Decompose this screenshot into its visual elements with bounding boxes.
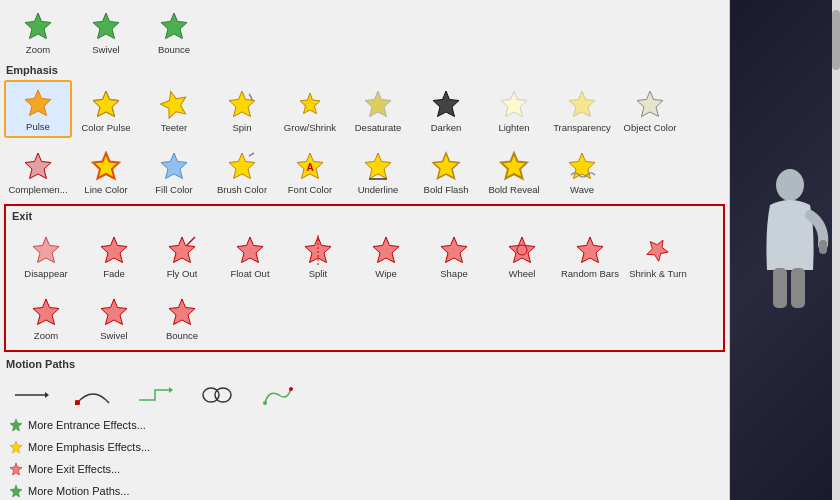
- anim-random-bars[interactable]: Random Bars: [556, 226, 624, 284]
- anim-lighten[interactable]: Lighten: [480, 80, 548, 138]
- svg-marker-18: [229, 153, 255, 179]
- anim-line-color[interactable]: Line Color: [72, 142, 140, 200]
- motion-custom[interactable]: [254, 374, 304, 410]
- svg-marker-17: [161, 153, 187, 179]
- teeter-label: Teeter: [161, 122, 187, 133]
- scrollbar-thumb[interactable]: [832, 10, 840, 70]
- svg-marker-31: [237, 237, 263, 263]
- fly-out-icon: [166, 234, 198, 266]
- svg-marker-44: [45, 392, 49, 398]
- svg-marker-15: [25, 153, 51, 179]
- svg-marker-7: [229, 91, 255, 117]
- anim-color-pulse[interactable]: Color Pulse: [72, 80, 140, 138]
- more-entrance-icon: [8, 417, 24, 433]
- anim-split[interactable]: Split: [284, 226, 352, 284]
- anim-fly-out[interactable]: Fly Out: [148, 226, 216, 284]
- lighten-icon: [498, 88, 530, 120]
- bold-flash-label: Bold Flash: [424, 184, 469, 195]
- float-out-icon: [234, 234, 266, 266]
- wipe-label: Wipe: [375, 268, 397, 279]
- disappear-icon: [30, 234, 62, 266]
- pulse-label: Pulse: [26, 121, 50, 132]
- anim-wipe[interactable]: Wipe: [352, 226, 420, 284]
- line-color-label: Line Color: [84, 184, 127, 195]
- animation-panel: Zoom Swivel Bounce Emphasis: [0, 0, 730, 500]
- motion-loop[interactable]: [192, 374, 242, 410]
- random-bars-icon: [574, 234, 606, 266]
- more-exit-effects[interactable]: More Exit Effects...: [8, 458, 721, 480]
- disappear-label: Disappear: [24, 268, 67, 279]
- anim-bounce-entrance[interactable]: Bounce: [140, 2, 208, 60]
- zoom-exit-icon: [30, 296, 62, 328]
- anim-fade[interactable]: Fade: [80, 226, 148, 284]
- anim-underline[interactable]: Underline: [344, 142, 412, 200]
- anim-spin[interactable]: Spin: [208, 80, 276, 138]
- swivel-entrance-label: Swivel: [92, 44, 119, 55]
- anim-desaturate[interactable]: Desaturate: [344, 80, 412, 138]
- anim-pulse[interactable]: Pulse: [4, 80, 72, 138]
- anim-transparency[interactable]: Transparency: [548, 80, 616, 138]
- anim-zoom-exit[interactable]: Zoom: [12, 288, 80, 346]
- anim-wheel[interactable]: Wheel: [488, 226, 556, 284]
- more-emphasis-icon: [8, 439, 24, 455]
- svg-marker-41: [101, 299, 127, 325]
- anim-shape[interactable]: Shape: [420, 226, 488, 284]
- motion-paths-header: Motion Paths: [0, 354, 729, 372]
- anim-zoom-entrance[interactable]: Zoom: [4, 2, 72, 60]
- zoom-entrance-icon: [22, 10, 54, 42]
- anim-object-color[interactable]: Object Color: [616, 80, 684, 138]
- svg-point-49: [263, 401, 267, 405]
- more-motion-paths[interactable]: More Motion Paths...: [8, 480, 721, 500]
- svg-rect-57: [773, 268, 787, 308]
- anim-font-color[interactable]: A Font Color: [276, 142, 344, 200]
- svg-point-50: [289, 387, 293, 391]
- svg-marker-51: [10, 419, 22, 431]
- more-emphasis-label: More Emphasis Effects...: [28, 441, 150, 453]
- anim-swivel-exit[interactable]: Swivel: [80, 288, 148, 346]
- svg-marker-52: [10, 441, 22, 453]
- anim-darken[interactable]: Darken: [412, 80, 480, 138]
- bounce-entrance-icon: [158, 10, 190, 42]
- anim-shrink-turn[interactable]: Shrink & Turn: [624, 226, 692, 284]
- bounce-exit-icon: [166, 296, 198, 328]
- spin-icon: [226, 88, 258, 120]
- svg-marker-46: [169, 387, 173, 393]
- color-pulse-icon: [90, 88, 122, 120]
- pulse-icon: [22, 87, 54, 119]
- anim-bounce-exit[interactable]: Bounce: [148, 288, 216, 346]
- scrollbar-track[interactable]: [832, 0, 840, 500]
- anim-teeter[interactable]: Teeter: [140, 80, 208, 138]
- anim-grow-shrink[interactable]: Grow/Shrink: [276, 80, 344, 138]
- anim-bold-reveal[interactable]: Bold Reveal: [480, 142, 548, 200]
- swivel-entrance-icon: [90, 10, 122, 42]
- svg-marker-10: [365, 91, 391, 117]
- anim-brush-color[interactable]: Brush Color: [208, 142, 276, 200]
- anim-swivel-entrance[interactable]: Swivel: [72, 2, 140, 60]
- svg-marker-1: [93, 13, 119, 39]
- anim-float-out[interactable]: Float Out: [216, 226, 284, 284]
- more-entrance-effects[interactable]: More Entrance Effects...: [8, 414, 721, 436]
- grow-shrink-label: Grow/Shrink: [284, 122, 336, 133]
- svg-marker-42: [169, 299, 195, 325]
- anim-complementary[interactable]: Complemen...: [4, 142, 72, 200]
- object-color-label: Object Color: [624, 122, 677, 133]
- anim-bold-flash[interactable]: Bold Flash: [412, 142, 480, 200]
- motion-paths-icons-row: [0, 372, 729, 412]
- anim-wave[interactable]: Wave: [548, 142, 616, 200]
- svg-marker-24: [433, 153, 459, 179]
- motion-arc[interactable]: [68, 374, 118, 410]
- anim-fill-color[interactable]: Fill Color: [140, 142, 208, 200]
- anim-disappear[interactable]: Disappear: [12, 226, 80, 284]
- svg-marker-22: [365, 153, 391, 179]
- swivel-exit-icon: [98, 296, 130, 328]
- svg-rect-58: [791, 268, 805, 308]
- bold-reveal-label: Bold Reveal: [488, 184, 539, 195]
- more-emphasis-effects[interactable]: More Emphasis Effects...: [8, 436, 721, 458]
- svg-marker-11: [433, 91, 459, 117]
- motion-line[interactable]: [6, 374, 56, 410]
- motion-turn[interactable]: [130, 374, 180, 410]
- svg-marker-12: [501, 91, 527, 117]
- exit-row2: Zoom Swivel Bounce: [8, 286, 721, 348]
- grow-shrink-icon: [294, 88, 326, 120]
- wheel-icon: [506, 234, 538, 266]
